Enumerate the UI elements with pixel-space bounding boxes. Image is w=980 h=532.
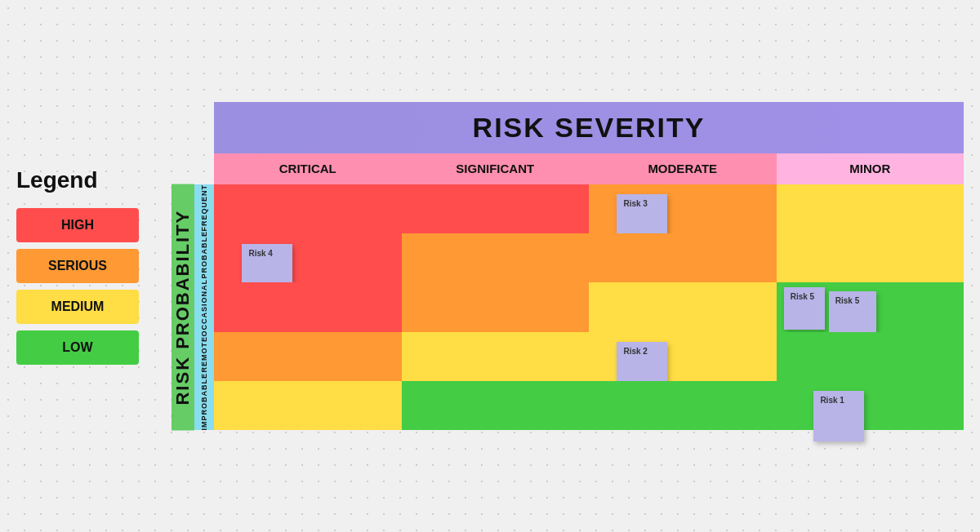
y-sublabel-occasional: OCCASIONAL (194, 279, 214, 337)
cell-occasional-significant (402, 282, 590, 331)
legend: Legend HIGH SERIOUS MEDIUM LOW (16, 167, 147, 365)
y-sublabel-remote: REMOTE (194, 336, 214, 373)
chart-title-bar: RISK SEVERITY (214, 102, 964, 153)
cell-frequent-moderate: Risk 3 (589, 184, 777, 233)
sticky-risk5a[interactable]: Risk 5 (784, 287, 825, 330)
legend-item-low: LOW (16, 330, 139, 365)
col-header-significant: SIGNIFICANT (402, 153, 590, 184)
y-axis-main-label: RISK PROBABILITY (172, 184, 194, 431)
legend-label-serious: SERIOUS (48, 259, 107, 273)
legend-label-high: HIGH (61, 218, 94, 233)
cell-frequent-critical (214, 184, 402, 233)
cell-occasional-minor: Risk 5 Risk 5 (777, 282, 964, 331)
sticky-risk1[interactable]: Risk 1 (813, 391, 864, 441)
legend-label-medium: MEDIUM (51, 299, 105, 314)
cell-improbable-significant (402, 381, 590, 430)
cell-remote-critical (214, 332, 402, 381)
column-headers: CRITICAL SIGNIFICANT MODERATE MINOR (214, 153, 964, 184)
cell-improbable-critical (214, 381, 402, 430)
legend-item-high: HIGH (16, 208, 139, 242)
legend-item-serious: SERIOUS (16, 249, 139, 283)
grid-row-improbable: Risk 1 (214, 381, 964, 430)
cell-probable-critical: Risk 4 (214, 233, 402, 282)
cell-improbable-minor: Risk 1 (777, 381, 964, 430)
col-header-minor: MINOR (777, 153, 964, 184)
cell-probable-significant (402, 233, 590, 282)
col-header-moderate: MODERATE (589, 153, 777, 184)
y-sublabel-probable: PROBABLE (194, 231, 214, 279)
y-sublabel-frequent: FREQUENT (194, 184, 214, 232)
chart-wrapper: RISK SEVERITY CRITICAL SIGNIFICANT MODER… (172, 102, 964, 431)
y-sublabel-improbable: IMPROBABLE (194, 373, 214, 431)
cell-occasional-critical (214, 282, 402, 331)
y-axis-sub-labels: FREQUENT PROBABLE OCCASIONAL REMOTE IMPR… (194, 184, 214, 431)
cell-remote-moderate: Risk 2 (589, 332, 777, 381)
cell-remote-significant (402, 332, 590, 381)
legend-item-medium: MEDIUM (16, 290, 139, 324)
cell-probable-moderate (589, 233, 777, 282)
legend-label-low: LOW (62, 340, 92, 355)
cell-probable-minor (777, 233, 964, 282)
cell-improbable-moderate (589, 381, 777, 430)
cell-frequent-significant (402, 184, 590, 233)
grid-row-remote: Risk 2 (214, 332, 964, 381)
y-axis: RISK PROBABILITY FREQUENT PROBABLE OCCAS… (172, 184, 214, 431)
grid-row-frequent: Risk 3 (214, 184, 964, 233)
risk-grid: Risk 3 Risk 4 (214, 184, 964, 431)
main-container: Legend HIGH SERIOUS MEDIUM LOW RISK SEVE… (16, 102, 964, 431)
cell-frequent-minor (777, 184, 964, 233)
grid-row-occasional: Risk 5 Risk 5 (214, 282, 964, 331)
cell-remote-minor (777, 332, 964, 381)
grid-row-probable: Risk 4 (214, 233, 964, 282)
chart-body: RISK PROBABILITY FREQUENT PROBABLE OCCAS… (172, 184, 964, 431)
cell-occasional-moderate (589, 282, 777, 331)
legend-title: Legend (16, 167, 147, 193)
chart-title: RISK SEVERITY (473, 112, 706, 143)
col-header-critical: CRITICAL (214, 153, 402, 184)
